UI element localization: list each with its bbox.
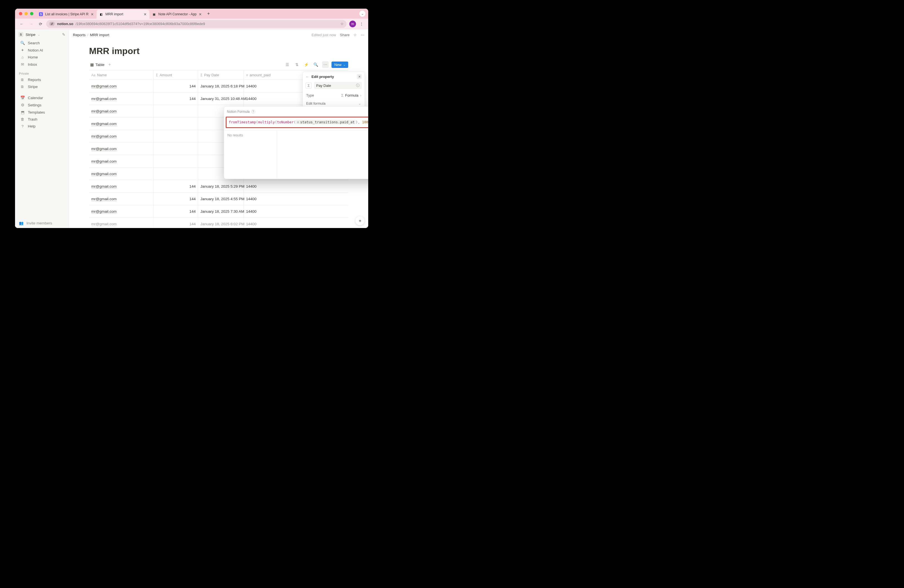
cell-name[interactable]: mr@gmail.com [89,130,153,142]
fullscreen-window-button[interactable] [30,12,33,15]
breadcrumb-current[interactable]: MRR import [90,33,109,37]
back-arrow-icon[interactable]: ← [306,74,309,79]
cell-amountpaid[interactable]: 14400 [244,218,269,228]
sidebar-item-settings[interactable]: ⚙Settings [16,101,68,109]
site-info-chip[interactable]: ⇄ [49,22,55,26]
compose-button[interactable]: ✎ [62,32,65,37]
close-tab-icon[interactable]: ✕ [144,12,147,16]
cell-amount[interactable] [153,168,198,180]
address-bar[interactable]: ⇄ notion.so/19fce380694c80828f71c5104df9… [46,20,346,28]
table-row[interactable]: mr@gmail.com144January 18, 2025 6:02 PM1… [89,218,348,228]
cell-name[interactable]: mr@gmail.com [89,168,153,180]
cell-amount[interactable] [153,130,198,142]
sidebar-item-inbox[interactable]: ✉Inbox [16,61,68,68]
sidebar-item-notion-ai[interactable]: ✦Notion AI [16,46,68,54]
profile-avatar[interactable]: m [349,21,356,27]
back-button[interactable]: ← [18,20,25,28]
cell-amountpaid[interactable]: 14400 [244,180,269,192]
cell-paydate[interactable]: January 18, 2025 4:55 PM [198,193,244,205]
reload-button[interactable]: ⟳ [37,20,44,28]
column-header-amount[interactable]: ΣAmount [153,70,198,80]
view-tab-table[interactable]: ▦ Table [89,61,106,68]
ai-assistant-button[interactable]: ✦ [356,217,364,225]
new-button[interactable]: New⌄ [332,62,348,68]
property-name-input[interactable]: Pay Date ⓘ [314,82,362,89]
cell-amount[interactable] [153,142,198,155]
forward-button[interactable]: → [27,20,35,28]
search-icon[interactable]: 🔍 [313,61,319,68]
cell-amount[interactable] [153,105,198,117]
filter-icon[interactable]: ☰ [284,61,291,68]
cell-paydate[interactable]: January 18, 2025 5:29 PM [198,180,244,192]
cell-name[interactable]: mr@gmail.com [89,117,153,130]
share-button[interactable]: Share [340,33,349,37]
sidebar-item-help[interactable]: ?Help [16,123,68,130]
cell-name[interactable]: mr@gmail.com [89,92,153,105]
close-window-button[interactable] [19,12,22,15]
browser-tab-active[interactable]: ◧ MRR import ✕ [96,10,149,19]
cell-amountpaid[interactable]: 14400 [244,80,269,92]
cell-paydate[interactable]: January 18, 2025 6:18 PM [198,80,244,92]
formula-input[interactable]: fromTimestamp(multiply(toNumber(≡status_… [226,117,368,128]
favorite-star-icon[interactable]: ☆ [354,33,357,37]
breadcrumb-parent[interactable]: Reports [73,33,86,37]
cell-paydate[interactable]: January 31, 2025 10:48 AM [198,92,244,105]
invite-members-button[interactable]: 👥 Invite members [15,218,69,228]
minimize-window-button[interactable] [24,12,28,15]
cell-amount[interactable]: 144 [153,180,198,192]
view-options-button[interactable]: ⋯ [322,61,329,68]
page-more-button[interactable]: ⋯ [361,33,364,37]
cell-name[interactable]: mr@gmail.com [89,142,153,155]
close-tab-icon[interactable]: ✕ [91,12,94,16]
cell-name[interactable]: mr@gmail.com [89,205,153,217]
sidebar-item-search[interactable]: 🔍Search [16,39,68,46]
cell-name[interactable]: mr@gmail.com [89,155,153,168]
sort-icon[interactable]: ⇅ [294,61,300,68]
sidebar-item-home[interactable]: ⌂Home [16,54,68,61]
cell-amount[interactable] [153,155,198,168]
cell-amountpaid[interactable]: 14400 [244,92,269,105]
property-type-row[interactable]: Type ΣFormula› [303,91,365,100]
column-header-paydate[interactable]: ΣPay Date [198,70,244,80]
close-popover-button[interactable]: ✕ [357,74,362,79]
browser-tab[interactable]: S List all invoices | Stripe API R ✕ [36,10,96,19]
cell-name[interactable]: mr@gmail.com [89,218,153,228]
table-row[interactable]: mr@gmail.com144January 18, 2025 4:55 PM1… [89,193,348,205]
cell-paydate[interactable]: January 18, 2025 7:30 AM [198,205,244,217]
cell-amount[interactable] [153,117,198,130]
property-token[interactable]: ≡status_transitions.paid_at [296,120,356,124]
table-row[interactable]: mr@gmail.com144January 18, 2025 5:29 PM1… [89,180,348,193]
cell-amount[interactable]: 144 [153,80,198,92]
add-view-button[interactable]: + [108,62,111,67]
sidebar-page-reports[interactable]: 🗎Reports [16,76,68,83]
cell-amount[interactable]: 144 [153,193,198,205]
cell-paydate[interactable]: January 18, 2025 6:02 PM [198,218,244,228]
browser-tab[interactable]: ▣ Note API Connector - App ✕ [149,10,205,19]
bookmark-star-icon[interactable]: ☆ [340,22,344,26]
automation-icon[interactable]: ⚡ [303,61,310,68]
cell-amount[interactable]: 144 [153,218,198,228]
sidebar-page-stripe[interactable]: 🗎Stripe [16,83,68,90]
sidebar-item-templates[interactable]: ⬒Templates [16,109,68,116]
table-row[interactable]: mr@gmail.com144January 18, 2025 7:30 AM1… [89,205,348,218]
column-header-amountpaid[interactable]: ≡amount_paid [244,70,269,80]
cell-name[interactable]: mr@gmail.com [89,105,153,117]
column-header-name[interactable]: AaName [89,70,153,80]
close-tab-icon[interactable]: ✕ [199,12,202,16]
cell-amountpaid[interactable]: 14400 [244,193,269,205]
formula-icon[interactable]: Σ [306,82,312,89]
tab-overflow-button[interactable]: ⌄ [359,11,365,17]
cell-amount[interactable]: 144 [153,92,198,105]
browser-menu-button[interactable]: ⋮ [358,20,365,28]
cell-name[interactable]: mr@gmail.com [89,180,153,192]
page-title[interactable]: MRR import [89,46,348,56]
sidebar-item-calendar[interactable]: 📅Calendar [16,94,68,101]
new-tab-button[interactable]: + [205,11,212,16]
workspace-switcher[interactable]: S Stripe ⌄ ✎ [15,29,69,39]
cell-amountpaid[interactable]: 14400 [244,205,269,217]
cell-name[interactable]: mr@gmail.com [89,80,153,92]
help-icon[interactable]: ? [251,110,255,114]
cell-name[interactable]: mr@gmail.com [89,193,153,205]
info-icon[interactable]: ⓘ [356,83,360,88]
cell-amount[interactable]: 144 [153,205,198,217]
